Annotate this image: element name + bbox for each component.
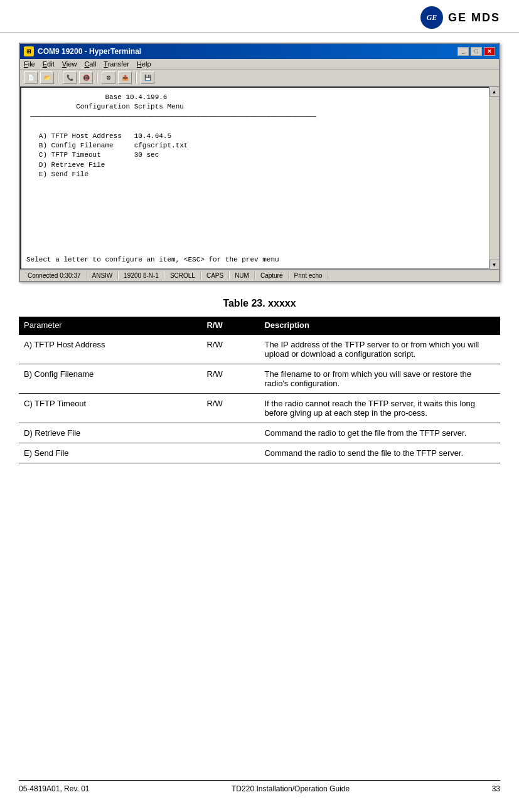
table-row: E) Send File Command the radio to send t… [19,443,500,463]
menu-call[interactable]: Call [84,60,96,68]
footer-center: TD220 Installation/Operation Guide [232,784,350,793]
table-row: D) Retrieve File Command the radio to ge… [19,423,500,443]
window-buttons: _ □ ✕ [457,47,495,56]
ge-logo-icon: GE [420,6,443,29]
param-4: E) Send File [19,443,201,463]
table-title: Table 23. xxxxx [19,298,500,309]
app-icon: ⊞ [24,46,34,56]
logo-area: GE GE MDS [420,6,500,29]
close-button[interactable]: ✕ [484,47,495,56]
footer-page-number: 33 [492,784,500,793]
scrollbar[interactable]: ▲ ▼ [489,87,499,270]
desc-2: If the radio cannot reach the TFTP serve… [259,394,500,423]
status-scroll: SCROLL [164,272,201,280]
hyperterminal-window: ⊞ COM9 19200 - HyperTerminal _ □ ✕ File … [19,43,500,282]
scroll-track[interactable] [490,97,499,260]
status-encoding: ANSIW [87,272,119,280]
toolbar: 📄 📂 📞 📵 ⚙ 📤 💾 [20,70,499,87]
rw-3 [201,423,259,443]
page-header: GE GE MDS [0,0,519,33]
disconnect-button[interactable]: 📵 [79,71,93,84]
status-capture: Capture [255,272,289,280]
param-0: A) TFTP Host Address [19,334,201,364]
desc-3: Command the radio to get the file from t… [259,423,500,443]
param-1: B) Config Filename [19,364,201,394]
toolbar-sep3 [136,72,137,83]
send-button[interactable]: 📤 [118,71,132,84]
capture-button[interactable]: 💾 [141,71,154,84]
status-num: NUM [229,272,255,280]
desc-4: Command the radio to send the file to th… [259,443,500,463]
header-parameter: Parameter [19,317,201,334]
menubar: File Edit View Call Transfer Help [20,59,499,70]
window-title: COM9 19200 - HyperTerminal [38,47,141,56]
scroll-down-button[interactable]: ▼ [490,260,500,270]
connect-button[interactable]: 📞 [63,71,77,84]
rw-1: R/W [201,364,259,394]
menu-file[interactable]: File [24,60,35,68]
status-baud: 19200 8-N-1 [118,272,164,280]
rw-0: R/W [201,334,259,364]
maximize-button[interactable]: □ [471,47,482,56]
table-header-row: Parameter R/W Description [19,317,500,334]
company-name: GE MDS [448,11,500,24]
statusbar: Connected 0:30:37 ANSIW 19200 8-N-1 SCRO… [20,270,499,281]
open-button[interactable]: 📂 [40,71,54,84]
screen-area: Base 10.4.199.6 Configuration Scripts Me… [20,87,499,270]
desc-1: The filename to or from which you will s… [259,364,500,394]
param-2: C) TFTP Timeout [19,394,201,423]
menu-transfer[interactable]: Transfer [104,60,129,68]
menu-edit[interactable]: Edit [43,60,55,68]
table-row: B) Config Filename R/W The filename to o… [19,364,500,394]
menu-view[interactable]: View [62,60,77,68]
status-caps: CAPS [201,272,229,280]
new-button[interactable]: 📄 [24,71,38,84]
table-row: A) TFTP Host Address R/W The IP address … [19,334,500,364]
toolbar-sep1 [58,72,59,83]
status-connected: Connected 0:30:37 [23,272,87,280]
properties-button[interactable]: ⚙ [102,71,115,84]
rw-2: R/W [201,394,259,423]
menu-help[interactable]: Help [137,60,151,68]
titlebar: ⊞ COM9 19200 - HyperTerminal _ □ ✕ [20,44,499,59]
footer-left: 05-4819A01, Rev. 01 [19,784,90,793]
title-left: ⊞ COM9 19200 - HyperTerminal [24,46,141,56]
toolbar-sep2 [97,72,98,83]
param-3: D) Retrieve File [19,423,201,443]
main-content: ⊞ COM9 19200 - HyperTerminal _ □ ✕ File … [0,43,519,463]
terminal-screen[interactable]: Base 10.4.199.6 Configuration Scripts Me… [20,87,499,270]
parameter-table: Parameter R/W Description A) TFTP Host A… [19,317,500,463]
header-rw: R/W [201,317,259,334]
header-description: Description [259,317,500,334]
status-print-echo: Print echo [289,272,328,280]
minimize-button[interactable]: _ [457,47,469,56]
screen-prompt: Select a letter to configure an item, <E… [26,256,485,263]
screen-content: Base 10.4.199.6 Configuration Scripts Me… [26,93,485,218]
desc-0: The IP address of the TFTP server to or … [259,334,500,364]
table-row: C) TFTP Timeout R/W If the radio cannot … [19,394,500,423]
page-footer: 05-4819A01, Rev. 01 TD220 Installation/O… [19,780,500,793]
scroll-up-button[interactable]: ▲ [490,87,500,97]
rw-4 [201,443,259,463]
